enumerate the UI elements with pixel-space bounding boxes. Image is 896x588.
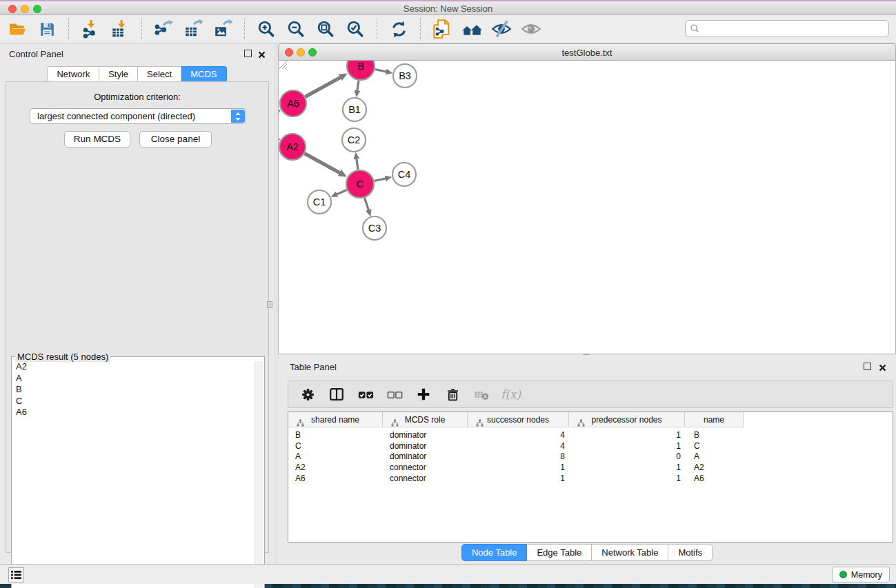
network-canvas[interactable]: B4B2BB3A8A5A6A3B1AA1C2A2A4A7C4CC1C3DD1 — [278, 61, 896, 354]
table-row[interactable]: A2connector11A2 — [288, 463, 893, 474]
column-header-predecessor-nodes[interactable]: predecessor nodes — [569, 412, 685, 427]
zoom-out-icon[interactable] — [284, 17, 308, 41]
tab-edge-table[interactable]: Edge Table — [527, 544, 592, 561]
table-cell: 0 — [569, 452, 685, 463]
column-header-label: successor nodes — [468, 415, 568, 425]
float-panel-icon[interactable] — [244, 50, 252, 57]
memory-button[interactable]: Memory — [832, 567, 890, 582]
table-cell: 4 — [468, 430, 569, 441]
mcds-result-item[interactable]: A2 — [12, 361, 255, 373]
open-session-icon[interactable] — [6, 17, 29, 41]
settings-icon[interactable] — [298, 385, 317, 404]
table-row[interactable]: Adominator80A — [288, 452, 893, 463]
export-table-icon[interactable] — [181, 17, 205, 41]
show-columns-icon[interactable] — [327, 385, 346, 404]
table-cell: A2 — [288, 463, 383, 474]
table-cell: dominator — [383, 452, 468, 463]
network-window-titlebar[interactable]: testGlobe.txt — [278, 43, 896, 61]
table-header-row: shared nameMCDS rolesuccessor nodesprede… — [288, 412, 744, 427]
horizontal-splitter-handle[interactable] — [267, 301, 272, 308]
table-cell: B — [685, 430, 744, 441]
mcds-result-item[interactable]: A — [12, 373, 255, 385]
edge-A2-C[interactable] — [305, 154, 341, 173]
mcds-result-scrollbar[interactable] — [255, 361, 263, 588]
node-C3[interactable]: C3 — [363, 216, 386, 240]
import-network-icon[interactable] — [79, 17, 102, 41]
column-header-name[interactable]: name — [685, 412, 744, 427]
table-row[interactable]: Bdominator41B — [288, 430, 893, 441]
tab-network[interactable]: Network — [47, 66, 99, 82]
resize-grip-icon[interactable] — [279, 61, 288, 70]
hide-graphics-details-icon[interactable] — [490, 17, 513, 41]
zoom-in-icon[interactable] — [255, 17, 278, 41]
export-image-icon[interactable] — [211, 17, 235, 41]
close-panel-icon[interactable] — [258, 49, 266, 61]
table-toolbar: f(x) — [288, 381, 893, 408]
edge-C-C3[interactable] — [365, 198, 369, 210]
column-header-MCDS-role[interactable]: MCDS role — [383, 412, 468, 427]
node-C4[interactable]: C4 — [392, 163, 416, 186]
column-header-label: shared name — [288, 415, 382, 425]
table-cell: dominator — [383, 430, 468, 441]
network-view-window: testGlobe.txt B4B2BB3A8A5A6A3B1AA1C2A2A4… — [278, 43, 896, 354]
home-icon[interactable] — [460, 17, 484, 41]
run-mcds-button[interactable]: Run MCDS — [64, 131, 130, 148]
show-graphics-details-icon[interactable] — [519, 17, 543, 41]
tab-network-table[interactable]: Network Table — [592, 544, 668, 561]
column-header-label: MCDS role — [383, 415, 467, 425]
close-panel-button[interactable]: Close panel — [139, 131, 212, 148]
svg-text:A6: A6 — [287, 98, 299, 109]
add-icon[interactable] — [414, 385, 433, 404]
edge-C-C2[interactable] — [357, 159, 358, 170]
memory-label: Memory — [851, 570, 882, 580]
select-all-icon[interactable] — [356, 385, 375, 404]
export-network-icon[interactable] — [152, 17, 175, 41]
refresh-layout-icon[interactable] — [387, 17, 410, 41]
node-B3[interactable]: B3 — [393, 64, 417, 88]
column-header-shared-name[interactable]: shared name — [288, 412, 383, 427]
tab-select[interactable]: Select — [138, 66, 181, 82]
tab-node-table[interactable]: Node Table — [461, 544, 528, 561]
delete-icon[interactable] — [443, 385, 462, 404]
edge-C-C4[interactable] — [375, 179, 386, 181]
tab-mcds[interactable]: MCDS — [181, 66, 226, 82]
node-B[interactable]: B — [347, 61, 375, 80]
mcds-result-item[interactable]: C — [12, 396, 255, 407]
node-C[interactable]: C — [346, 170, 374, 198]
table-row[interactable]: A6connector11A6 — [288, 474, 893, 485]
search-input[interactable] — [685, 20, 889, 37]
table-row[interactable]: Cdominator41C — [288, 441, 893, 452]
save-session-icon[interactable] — [35, 17, 59, 41]
column-header-label: predecessor nodes — [569, 415, 684, 425]
tab-style[interactable]: Style — [99, 66, 138, 82]
svg-text:B: B — [357, 61, 364, 72]
node-C1[interactable]: C1 — [308, 190, 331, 214]
optimization-criterion-select[interactable]: largest connected component (directed) — [30, 108, 246, 124]
edge-B-B1[interactable] — [357, 81, 359, 91]
close-table-panel-icon[interactable] — [879, 362, 886, 374]
edge-A6-B[interactable] — [306, 77, 341, 97]
app-window: Session: New Session — [0, 0, 896, 588]
table-cell: 1 — [569, 430, 685, 441]
column-header-successor-nodes[interactable]: successor nodes — [468, 412, 569, 427]
node-A6[interactable]: A6 — [280, 90, 306, 116]
table-panel-tabs: Node TableEdge TableNetwork TableMotifs — [278, 544, 896, 561]
mcds-result-item[interactable]: A6 — [12, 407, 255, 418]
float-table-panel-icon[interactable] — [864, 363, 871, 370]
tab-motifs[interactable]: Motifs — [668, 544, 713, 561]
status-bar: Memory — [0, 564, 896, 584]
zoom-selected-icon[interactable] — [344, 17, 367, 41]
node-C2[interactable]: C2 — [342, 128, 366, 152]
select-stepper-icon — [231, 110, 245, 123]
node-B1[interactable]: B1 — [343, 98, 366, 121]
deselect-all-icon[interactable] — [385, 385, 404, 404]
task-history-button[interactable] — [8, 567, 24, 582]
mcds-result-item[interactable]: B — [12, 384, 255, 396]
network-overview-icon[interactable] — [430, 17, 454, 41]
edge-B-B3[interactable] — [375, 69, 387, 72]
import-table-icon[interactable] — [108, 17, 132, 41]
zoom-fit-icon[interactable] — [314, 17, 337, 41]
svg-text:A2: A2 — [286, 141, 299, 152]
edge-C-C1[interactable] — [337, 190, 347, 194]
node-A2[interactable]: A2 — [279, 134, 306, 160]
